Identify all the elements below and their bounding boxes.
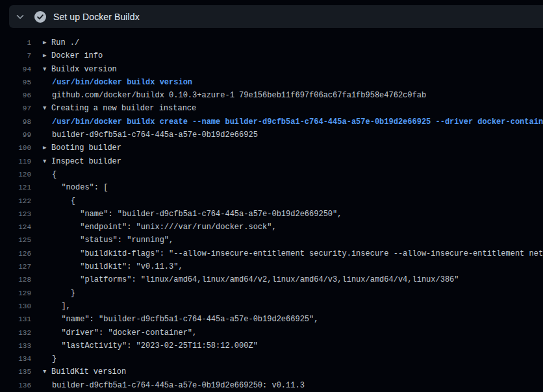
log-text: "buildkit": "v0.11.3", [43,260,183,273]
log-text: github.com/docker/buildx 0.10.3+azure-1 … [43,89,426,102]
triangle-down-icon[interactable]: ▼ [43,155,51,168]
log-text: "buildkitd-flags": "--allow-insecure-ent… [43,247,543,260]
log-group-body: ▶Booting builder [43,141,121,154]
line-number[interactable]: 130 [0,300,31,313]
group-title: Creating a new builder instance [51,104,196,113]
log-group-body: ▼Creating a new builder instance [43,102,196,115]
log-text: "nodes": [ [43,181,108,194]
log-line: 125 "status": "running", [0,234,543,247]
log-text: "status": "running", [43,234,173,247]
line-number[interactable]: 122 [0,195,31,208]
line-number[interactable]: 99 [0,129,31,141]
log-text: { [43,168,57,181]
log-line: 121 "nodes": [ [0,181,543,194]
line-number[interactable]: 121 [0,181,31,194]
log-text: "platforms": "linux/amd64,linux/amd64/v2… [43,273,459,286]
log-line: 128 "platforms": "linux/amd64,linux/amd6… [0,273,543,286]
log-text: } [43,352,57,365]
log-line: 131 "name": "builder-d9cfb5a1-c764-445a-… [0,313,543,326]
log-container: 1▶Run ./7▶Docker info94▼Buildx version95… [0,28,543,392]
log-group-line[interactable]: 135▼BuildKit version [0,365,543,378]
line-number[interactable]: 131 [0,313,31,326]
log-line: 120{ [0,168,543,181]
log-text: } [43,287,75,300]
log-line: 136builder-d9cfb5a1-c764-445a-a57e-0b19d… [0,379,543,392]
log-line: 96github.com/docker/buildx 0.10.3+azure-… [0,89,543,102]
step-title: Set up Docker Buildx [53,12,140,22]
line-number[interactable]: 100 [0,141,31,154]
line-number[interactable]: 7 [0,49,31,62]
log-line: 127 "buildkit": "v0.11.3", [0,260,543,273]
line-number[interactable]: 120 [0,168,31,181]
line-number[interactable]: 129 [0,287,31,300]
line-number[interactable]: 95 [0,76,31,89]
triangle-right-icon[interactable]: ▶ [43,49,51,62]
line-number[interactable]: 98 [0,116,31,129]
log-group-line[interactable]: 119▼Inspect builder [0,155,543,168]
log-line: 99builder-d9cfb5a1-c764-445a-a57e-0b19d2… [0,129,543,141]
group-title: Docker info [51,51,103,60]
line-number[interactable]: 124 [0,221,31,234]
check-circle-icon [34,11,46,23]
log-line: 134} [0,352,543,365]
group-title: Buildx version [51,65,117,74]
group-title: Booting builder [51,143,121,153]
line-number[interactable]: 134 [0,352,31,365]
log-line: 132 "driver": "docker-container", [0,326,543,339]
log-group-line[interactable]: 94▼Buildx version [0,63,543,76]
line-number[interactable]: 136 [0,379,31,392]
log-group-body: ▼BuildKit version [43,365,126,378]
log-line: 95/usr/bin/docker buildx version [0,76,543,89]
log-text: "driver": "docker-container", [43,326,197,339]
triangle-down-icon[interactable]: ▼ [43,102,51,115]
log-group-body: ▼Inspect builder [43,155,121,168]
command-text: /usr/bin/docker buildx create --name bui… [43,116,543,129]
log-line: 126 "buildkitd-flags": "--allow-insecure… [0,247,543,260]
log-text: "name": "builder-d9cfb5a1-c764-445a-a57e… [43,313,318,326]
log-text: { [43,195,75,208]
line-number[interactable]: 123 [0,208,31,221]
command-text: /usr/bin/docker buildx version [43,76,192,89]
log-line: 133 "lastActivity": "2023-02-25T11:58:12… [0,339,543,352]
line-number[interactable]: 97 [0,102,31,115]
group-title: Run ./ [51,38,79,47]
log-line: 123 "name": "builder-d9cfb5a1-c764-445a-… [0,208,543,221]
triangle-right-icon[interactable]: ▶ [43,36,51,49]
log-group-line[interactable]: 7▶Docker info [0,49,543,62]
line-number[interactable]: 132 [0,326,31,339]
log-text: builder-d9cfb5a1-c764-445a-a57e-0b19d2e6… [43,379,305,392]
line-number[interactable]: 133 [0,339,31,352]
step-header[interactable]: Set up Docker Buildx [9,5,543,28]
line-number[interactable]: 119 [0,155,31,168]
log-group-body: ▶Docker info [43,49,103,62]
group-title: Inspect builder [51,157,121,166]
line-number[interactable]: 127 [0,260,31,273]
log-group-line[interactable]: 97▼Creating a new builder instance [0,102,543,115]
log-line: 124 "endpoint": "unix:///var/run/docker.… [0,221,543,234]
actions-log-viewer: Set up Docker Buildx 1▶Run ./7▶Docker in… [0,0,543,392]
line-number[interactable]: 128 [0,273,31,286]
log-line: 98/usr/bin/docker buildx create --name b… [0,116,543,129]
line-number[interactable]: 135 [0,365,31,378]
log-line: 130 ], [0,300,543,313]
log-group-line[interactable]: 1▶Run ./ [0,36,543,49]
log-group-body: ▶Run ./ [43,36,79,49]
log-text: builder-d9cfb5a1-c764-445a-a57e-0b19d2e6… [43,129,258,141]
group-title: BuildKit version [51,367,126,376]
log-text: "endpoint": "unix:///var/run/docker.sock… [43,221,277,234]
line-number[interactable]: 96 [0,89,31,102]
triangle-right-icon[interactable]: ▶ [43,141,51,154]
line-number[interactable]: 1 [0,36,31,49]
triangle-down-icon[interactable]: ▼ [43,63,51,76]
line-number[interactable]: 126 [0,247,31,260]
log-text: "name": "builder-d9cfb5a1-c764-445a-a57e… [43,208,342,221]
log-group-body: ▼Buildx version [43,63,117,76]
log-text: "lastActivity": "2023-02-25T11:58:12.000… [43,339,258,352]
line-number[interactable]: 94 [0,63,31,76]
chevron-down-icon[interactable] [12,8,29,25]
triangle-down-icon[interactable]: ▼ [43,365,51,378]
log-group-line[interactable]: 100▶Booting builder [0,141,543,154]
log-line: 122 { [0,195,543,208]
line-number[interactable]: 125 [0,234,31,247]
log-text: ], [43,300,71,313]
